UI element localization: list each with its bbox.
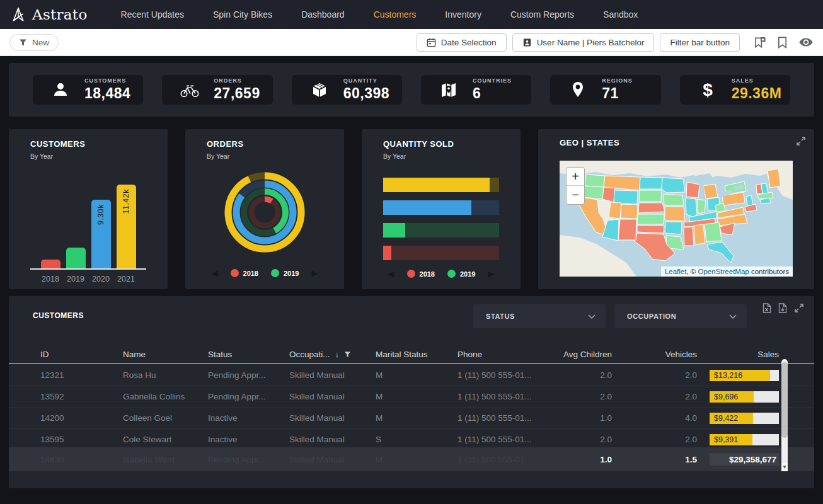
kpi-customers: CUSTOMERS18,484 [33, 75, 143, 105]
brand[interactable]: Astrato [10, 6, 88, 23]
filter-bar-button[interactable]: Filter bar button [660, 33, 740, 52]
expand-icon[interactable] [796, 136, 806, 146]
box-icon [310, 81, 329, 100]
quantity-chart-panel: QUANTITY SOLD By Year ◀20182019▶ [362, 129, 521, 289]
kpi-quantity: QUANTITY60,398 [292, 75, 402, 105]
person-icon [51, 81, 70, 100]
nav-item-inventory[interactable]: Inventory [430, 0, 496, 29]
column-header-phone[interactable]: Phone [458, 350, 552, 359]
nav-item-sandbox[interactable]: Sandbox [589, 0, 652, 29]
total-avg-children: 1.0 [552, 455, 612, 464]
column-header-status[interactable]: Status [208, 350, 289, 359]
astrato-logo-icon [10, 6, 26, 23]
kpi-countries: COUNTRIES6 [421, 75, 531, 105]
calendar-icon [427, 38, 436, 47]
bicycle-icon [180, 81, 200, 100]
quantity-legend: ◀20182019▶ [383, 269, 499, 278]
kpi-strip: CUSTOMERS18,484 ORDERS27,659 QUANTITY60,… [9, 63, 814, 117]
ghost-cell-name: Isabella Ward [123, 455, 208, 464]
hbar-2020[interactable] [383, 200, 499, 215]
bar-2020[interactable]: 9.30k [91, 200, 111, 268]
bookmark-add-icon[interactable] [753, 36, 766, 49]
bar-2018[interactable] [41, 260, 60, 268]
nav-items: Recent Updates Spin City Bikes Dashboard… [106, 0, 653, 29]
table-row[interactable]: 13592Gabriella CollinsPending Appr...Ski… [9, 386, 814, 408]
zoom-out-button[interactable]: − [567, 186, 584, 204]
column-header-occupation[interactable]: Occupati... ↓ [289, 350, 376, 359]
scrollbar-thumb[interactable] [781, 362, 788, 438]
table-header: ID Name Status Occupati... ↓ Marital Sta… [9, 345, 814, 364]
legend-item-2018[interactable]: 2018 [407, 270, 435, 278]
legend-prev-arrow[interactable]: ◀ [212, 268, 218, 278]
kpi-sales: $ SALES29.36M [680, 75, 790, 105]
ghost-cell-phone: 1 (11) 500 555-01... [458, 455, 552, 464]
orders-donut[interactable] [217, 165, 312, 260]
legend-next-arrow[interactable]: ▶ [488, 269, 494, 278]
svg-text:$: $ [703, 81, 713, 100]
map-zoom-control: + − [566, 167, 585, 205]
osm-link[interactable]: OpenStreetMap [698, 268, 749, 275]
column-header-avg-children[interactable]: Avg Children [552, 350, 612, 359]
bar-2021[interactable]: 11.42k [117, 185, 136, 268]
brand-name: Astrato [32, 6, 88, 23]
legend-item-2018[interactable]: 2018 [231, 269, 258, 277]
user-name-button[interactable]: User Name | Piers Batchelor [512, 33, 655, 52]
column-header-vehicles[interactable]: Vehicles [612, 350, 697, 359]
map-area[interactable]: + − Leaflet, © OpenStreetMap contributor… [560, 161, 793, 277]
table-title: CUSTOMERS [33, 311, 84, 320]
customers-chart-panel: CUSTOMERS By Year 9.30k11.42k 2018201920… [9, 129, 168, 289]
nav-item-recent-updates[interactable]: Recent Updates [106, 0, 199, 29]
export-excel-icon[interactable] [763, 303, 771, 313]
table-totals-row: 14830 Isabella Ward Pending Appr... Skil… [9, 447, 814, 471]
table-row[interactable]: 12321Rosa HuPending Appr...Skilled Manua… [9, 365, 814, 386]
column-header-id[interactable]: ID [40, 350, 123, 359]
sort-desc-icon[interactable]: ↓ [335, 350, 340, 359]
us-states-map[interactable] [560, 161, 793, 277]
charts-row: CUSTOMERS By Year 9.30k11.42k 2018201920… [9, 129, 814, 289]
expand-icon[interactable] [794, 303, 804, 313]
legend-dot [447, 270, 456, 278]
zoom-in-button[interactable]: + [567, 168, 584, 186]
hbar-2018[interactable] [383, 246, 499, 260]
bookmark-icon[interactable] [776, 36, 788, 49]
date-selection-button[interactable]: Date Selection [417, 33, 507, 52]
customers-bar-plot: 9.30k11.42k [30, 181, 146, 270]
legend-next-arrow[interactable]: ▶ [311, 268, 318, 278]
chart-subtitle: By Year [30, 152, 146, 160]
new-filter-button[interactable]: New [9, 34, 59, 51]
table-scrollbar[interactable]: ▼ [781, 359, 788, 471]
hbar-2019[interactable] [383, 223, 499, 238]
bar-2019[interactable] [66, 248, 86, 268]
customers-table-panel: CUSTOMERS STATUS OCCUPATION ID Name Stat… [9, 296, 814, 488]
legend-item-2019[interactable]: 2019 [447, 270, 475, 278]
sales-bar: $9,391 [710, 434, 779, 445]
table-actions [763, 303, 804, 313]
ghost-cell-id: 14830 [40, 455, 123, 464]
legend-item-2019[interactable]: 2019 [271, 269, 299, 277]
total-vehicles: 1.5 [612, 455, 697, 464]
legend-prev-arrow[interactable]: ◀ [388, 269, 394, 278]
nav-item-dashboard[interactable]: Dashboard [287, 0, 359, 29]
legend-dot [407, 270, 415, 278]
ghost-cell-marital: M [376, 455, 458, 464]
hbar-2021[interactable] [383, 178, 499, 192]
column-header-name[interactable]: Name [123, 350, 208, 359]
filter-funnel-icon[interactable] [344, 351, 351, 358]
column-header-sales[interactable]: Sales [697, 350, 779, 359]
table-row[interactable]: 14200Colleen GoelInactiveSkilled ManualM… [9, 408, 814, 429]
eye-icon[interactable] [798, 36, 814, 49]
column-header-marital-status[interactable]: Marital Status [376, 350, 458, 359]
axis-label: 2021 [117, 275, 136, 284]
folded-map-icon [439, 81, 458, 100]
scrollbar-down-arrow[interactable]: ▼ [781, 463, 788, 471]
nav-item-spin-city-bikes[interactable]: Spin City Bikes [199, 0, 287, 29]
legend-dot [271, 269, 279, 277]
total-sales: $29,358,677 [710, 453, 779, 466]
leaflet-link[interactable]: Leaflet [665, 268, 687, 275]
customers-bar-axis: 2018201920202021 [30, 275, 146, 284]
export-download-icon[interactable] [778, 303, 787, 313]
nav-item-custom-reports[interactable]: Custom Reports [496, 0, 589, 29]
occupation-filter-dropdown[interactable]: OCCUPATION [614, 304, 747, 328]
status-filter-dropdown[interactable]: STATUS [473, 304, 606, 328]
nav-item-customers[interactable]: Customers [359, 0, 431, 29]
